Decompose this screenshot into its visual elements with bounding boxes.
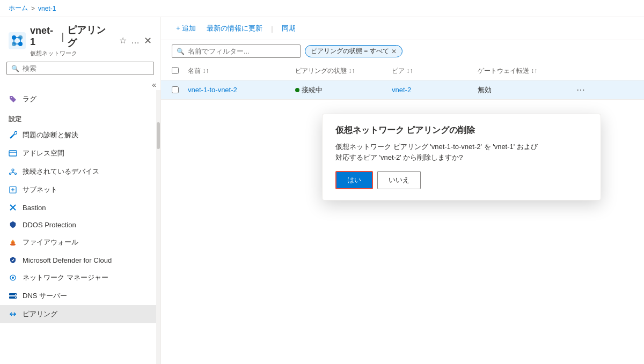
row-checkbox[interactable] bbox=[172, 86, 179, 93]
sidebar-item-label-address: アドレス空間 bbox=[23, 148, 64, 158]
dialog-buttons: はい いいえ bbox=[335, 171, 588, 189]
subnet-icon bbox=[9, 185, 17, 194]
sidebar-item-diagnose[interactable]: 問題の診断と解決 bbox=[0, 126, 156, 144]
dialog-title: 仮想ネットワーク ピアリングの削除 bbox=[335, 125, 588, 136]
refresh-button[interactable]: 最新の情報に更新 bbox=[202, 21, 267, 35]
bastion-icon bbox=[9, 203, 17, 212]
sidebar-section-settings: 設定 bbox=[0, 108, 156, 126]
sidebar-item-label-diagnose: 問題の診断と解決 bbox=[23, 130, 78, 140]
col-name-header[interactable]: 名前 ↕↑ bbox=[188, 66, 295, 76]
sidebar-item-tag[interactable]: ラグ bbox=[0, 90, 156, 108]
peer-link[interactable]: vnet-2 bbox=[392, 86, 411, 94]
dialog-yes-button[interactable]: はい bbox=[335, 171, 373, 189]
sidebar-item-label-connected-devices: 接続されているデバイス bbox=[23, 167, 99, 176]
sidebar-item-subnet[interactable]: サブネット bbox=[0, 181, 156, 199]
breadcrumb: ホーム > vnet-1 bbox=[9, 4, 56, 13]
vnet-icon bbox=[9, 32, 26, 49]
sidebar-item-label-dns: DNS サーバー bbox=[23, 291, 67, 301]
toolbar-separator: | bbox=[271, 25, 273, 33]
firewall-icon bbox=[9, 238, 17, 247]
col-status-header[interactable]: ピアリングの状態 ↕↑ bbox=[295, 66, 392, 76]
svg-point-16 bbox=[12, 277, 14, 279]
filter-badge-close[interactable]: ✕ bbox=[391, 48, 397, 55]
sidebar: vnet-1 | ピアリング 仮想ネットワーク ☆ … ✕ 🔍 « bbox=[0, 17, 161, 364]
sidebar-item-dns[interactable]: DNS サーバー bbox=[0, 287, 156, 305]
toolbar: + 追加 最新の情報に更新 | 同期 bbox=[161, 17, 644, 40]
sidebar-item-label-defender: Microsoft Defender for Cloud bbox=[23, 256, 112, 264]
row-peer: vnet-2 bbox=[392, 86, 478, 94]
filter-bar: 🔍 ピアリングの状態 = すべて ✕ bbox=[161, 40, 644, 62]
dialog-message-line1: 仮想ネットワーク ピアリング 'vnet-1-to-vnet-2' を 'vne… bbox=[335, 142, 588, 152]
peering-icon bbox=[9, 310, 17, 318]
address-icon bbox=[9, 149, 17, 158]
sidebar-item-label-peering: ピアリング bbox=[23, 309, 57, 319]
sidebar-item-firewall[interactable]: ファイアウォール bbox=[0, 233, 156, 251]
svg-point-10 bbox=[12, 169, 14, 171]
col-gateway-header[interactable]: ゲートウェイ転送 ↕↑ bbox=[478, 66, 564, 76]
scrollbar-thumb bbox=[157, 122, 160, 149]
tag-icon bbox=[9, 95, 17, 103]
sidebar-item-label-network-manager: ネットワーク マネージャー bbox=[23, 273, 108, 283]
table-header: 名前 ↕↑ ピアリングの状態 ↕↑ ピア ↕↑ ゲートウェイ転送 ↕↑ bbox=[161, 62, 644, 80]
sidebar-item-label-firewall: ファイアウォール bbox=[23, 237, 78, 247]
delete-dialog: 仮想ネットワーク ピアリングの削除 仮想ネットワーク ピアリング 'vnet-1… bbox=[322, 114, 601, 200]
sidebar-item-label-ddos: DDOS Protection bbox=[23, 221, 76, 229]
sidebar-header: vnet-1 | ピアリング 仮想ネットワーク ☆ … ✕ bbox=[0, 17, 160, 57]
search-box[interactable]: 🔍 bbox=[6, 62, 154, 75]
filter-search-icon: 🔍 bbox=[177, 48, 185, 55]
defender-icon bbox=[9, 256, 17, 264]
col-peer-header[interactable]: ピア ↕↑ bbox=[392, 66, 478, 76]
sidebar-item-bastion[interactable]: Bastion bbox=[0, 199, 156, 216]
sidebar-item-connected-devices[interactable]: 接続されているデバイス bbox=[0, 162, 156, 181]
dialog-message: 仮想ネットワーク ピアリング 'vnet-1-to-vnet-2' を 'vne… bbox=[335, 142, 588, 162]
sidebar-item-address[interactable]: アドレス空間 bbox=[0, 144, 156, 162]
filter-input[interactable] bbox=[188, 47, 296, 55]
status-text: 接続中 bbox=[302, 85, 323, 95]
dns-icon bbox=[9, 292, 17, 300]
collapse-button[interactable]: « bbox=[152, 80, 156, 89]
breadcrumb-sep: > bbox=[31, 5, 35, 12]
sidebar-item-defender[interactable]: Microsoft Defender for Cloud bbox=[0, 251, 156, 269]
dialog-no-button[interactable]: いいえ bbox=[377, 171, 421, 189]
row-checkbox-col[interactable] bbox=[172, 86, 188, 93]
row-more-button[interactable]: ⋯ bbox=[576, 85, 585, 95]
row-status: 接続中 bbox=[295, 85, 392, 95]
ddos-icon bbox=[9, 220, 17, 229]
sidebar-title: vnet-1 | ピアリング bbox=[30, 24, 115, 49]
row-name[interactable]: vnet-1-to-vnet-2 bbox=[188, 86, 295, 94]
sync-button[interactable]: 同期 bbox=[277, 21, 300, 35]
col-check-header[interactable] bbox=[172, 67, 188, 76]
breadcrumb-current[interactable]: vnet-1 bbox=[38, 5, 56, 12]
filter-badge[interactable]: ピアリングの状態 = すべて ✕ bbox=[305, 45, 402, 57]
sidebar-item-label-bastion: Bastion bbox=[23, 204, 46, 212]
wrench-icon bbox=[9, 131, 17, 139]
star-button[interactable]: ☆ bbox=[119, 35, 127, 46]
table-row[interactable]: vnet-1-to-vnet-2 接続中 vnet-2 無効 ⋯ bbox=[161, 80, 644, 100]
sidebar-item-network-manager[interactable]: ネットワーク マネージャー bbox=[0, 269, 156, 287]
add-button[interactable]: + 追加 bbox=[172, 21, 200, 35]
ellipsis-button[interactable]: … bbox=[131, 36, 140, 46]
search-icon: 🔍 bbox=[11, 65, 19, 72]
scrollbar-track bbox=[156, 90, 160, 364]
breadcrumb-home[interactable]: ホーム bbox=[9, 4, 28, 13]
svg-point-20 bbox=[15, 297, 16, 298]
row-actions: ⋯ bbox=[564, 85, 585, 95]
dialog-message-line2: 対応するピア 'vnet-2' から削除しますか? bbox=[335, 152, 588, 163]
svg-point-14 bbox=[10, 243, 16, 246]
svg-rect-0 bbox=[9, 32, 26, 49]
close-button[interactable]: ✕ bbox=[144, 35, 152, 47]
sidebar-item-label-subnet: サブネット bbox=[23, 185, 57, 195]
devices-icon bbox=[9, 167, 17, 176]
svg-point-19 bbox=[15, 294, 16, 295]
sidebar-item-peering[interactable]: ピアリング bbox=[0, 305, 156, 323]
filter-badge-text: ピアリングの状態 = すべて bbox=[311, 47, 389, 56]
select-all-checkbox[interactable] bbox=[172, 67, 179, 74]
row-gateway: 無効 bbox=[478, 85, 564, 95]
content-area: + 追加 最新の情報に更新 | 同期 🔍 ピアリングの状態 = すべて ✕ 名前… bbox=[161, 17, 644, 364]
svg-rect-9 bbox=[9, 151, 17, 156]
sidebar-item-ddos[interactable]: DDOS Protection bbox=[0, 216, 156, 233]
search-input[interactable] bbox=[23, 64, 149, 72]
manager-icon bbox=[9, 273, 17, 282]
filter-input-wrapper[interactable]: 🔍 bbox=[172, 44, 301, 58]
sidebar-subtitle: 仮想ネットワーク bbox=[30, 49, 115, 57]
